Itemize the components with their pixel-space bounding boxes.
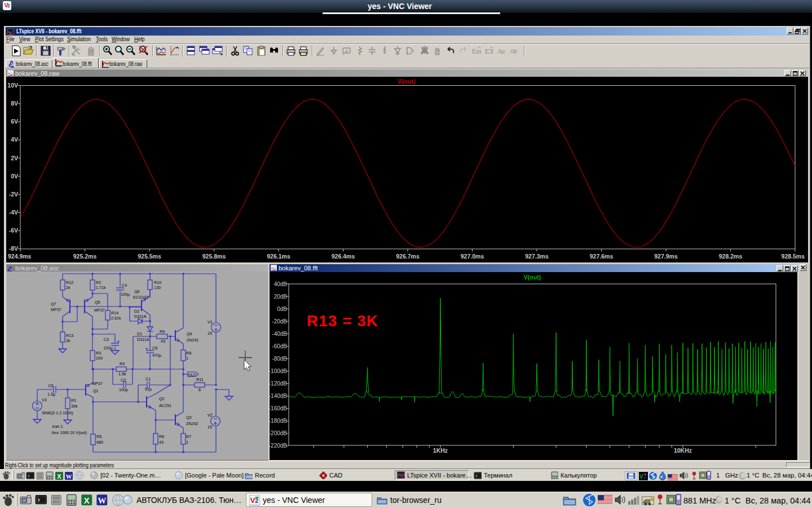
svg-text:AC151: AC151 <box>159 403 171 408</box>
svg-text:1: 1 <box>186 356 188 361</box>
svg-text:R6: R6 <box>159 434 164 439</box>
svg-text:925.8ms: 925.8ms <box>202 253 226 260</box>
svg-text:R2: R2 <box>96 280 101 285</box>
svg-text:-220dB: -220dB <box>270 443 287 449</box>
svg-text:-8V: -8V <box>9 245 18 252</box>
svg-text:8: 8 <box>198 387 201 392</box>
svg-text:100p: 100p <box>119 387 128 392</box>
svg-text:927.3ms: 927.3ms <box>525 253 549 260</box>
svg-text:3k: 3k <box>66 338 70 343</box>
svg-text:2k: 2k <box>66 285 70 290</box>
svg-text:0V: 0V <box>11 173 18 179</box>
svg-text:X: X <box>84 496 90 505</box>
svg-text:-80dB: -80dB <box>272 356 287 362</box>
svg-text:W: W <box>98 496 106 505</box>
svg-text:-2V: -2V <box>9 191 18 198</box>
svg-text:-4V: -4V <box>9 209 18 216</box>
svg-text:R12: R12 <box>66 280 73 285</box>
svg-text:C3: C3 <box>104 337 109 342</box>
svg-text:1KHz: 1KHz <box>433 447 448 454</box>
svg-text:MP37: MP37 <box>94 308 105 313</box>
svg-text:R10: R10 <box>154 280 161 285</box>
svg-text:R7: R7 <box>186 434 191 439</box>
svg-text:R1: R1 <box>71 398 76 403</box>
svg-text:2N242: 2N242 <box>186 421 198 426</box>
svg-text:V: V <box>639 474 643 480</box>
svg-text:1: 1 <box>186 440 188 445</box>
svg-text:928.5ms: 928.5ms <box>782 253 805 260</box>
svg-text:Q6: Q6 <box>134 289 140 294</box>
svg-text:-20dB: -20dB <box>272 318 287 325</box>
svg-text:-140dB: -140dB <box>270 393 287 399</box>
svg-text:A: A <box>345 49 348 54</box>
svg-text:220µ: 220µ <box>104 345 113 351</box>
svg-text:C2: C2 <box>121 378 126 383</box>
svg-text:51p: 51p <box>145 387 152 392</box>
svg-text:2.61k: 2.61k <box>111 316 121 321</box>
svg-text:926.1ms: 926.1ms <box>267 253 290 260</box>
svg-text:ECG101: ECG101 <box>133 295 149 300</box>
svg-text:8V: 8V <box>11 100 18 107</box>
svg-text:V2: V2 <box>208 413 213 418</box>
svg-text:D311A: D311A <box>137 337 149 342</box>
svg-text:Q5: Q5 <box>95 300 100 305</box>
svg-text:-40dB: -40dB <box>272 331 287 337</box>
svg-text:V(out): V(out) <box>524 274 541 281</box>
svg-text:-6V: -6V <box>9 227 18 234</box>
svg-text:30k: 30k <box>71 404 78 409</box>
svg-text:20dB: 20dB <box>274 294 288 300</box>
svg-text:924.9ms: 924.9ms <box>8 253 32 260</box>
svg-text:R4: R4 <box>120 361 125 366</box>
svg-text:V(out): V(out) <box>398 78 416 85</box>
svg-text:927.6ms: 927.6ms <box>590 253 614 260</box>
svg-text:Q1: Q1 <box>93 388 99 393</box>
svg-text:2N242: 2N242 <box>187 338 198 343</box>
svg-text:C4: C4 <box>122 283 127 288</box>
svg-text:MP37: MP37 <box>92 381 103 386</box>
svg-text:EƎ: EƎ <box>485 47 493 55</box>
svg-text:928.2ms: 928.2ms <box>719 253 743 260</box>
svg-text:C5: C5 <box>48 383 53 388</box>
svg-text:680: 680 <box>96 440 103 445</box>
svg-text:470µ: 470µ <box>152 353 161 358</box>
svg-text:6V: 6V <box>11 118 18 125</box>
svg-text:927.9ms: 927.9ms <box>654 253 678 260</box>
svg-text:15: 15 <box>208 331 212 336</box>
svg-text:43: 43 <box>159 440 164 445</box>
svg-text:SINE(0 1.2 1000): SINE(0 1.2 1000) <box>42 410 73 415</box>
svg-text:1.5µ: 1.5µ <box>47 392 55 397</box>
svg-text:40dB: 40dB <box>274 281 288 287</box>
svg-text:W: W <box>66 473 72 480</box>
svg-text:R11: R11 <box>196 377 204 382</box>
svg-text:C1: C1 <box>145 376 151 382</box>
svg-text:OUT: OUT <box>188 373 196 377</box>
svg-text:.four 1000 20 V(out): .four 1000 20 V(out) <box>51 430 87 435</box>
svg-text:X: X <box>57 473 61 480</box>
svg-text:R5: R5 <box>96 434 102 439</box>
svg-text:R13 = 3K: R13 = 3K <box>307 312 378 330</box>
svg-text:R13: R13 <box>66 333 73 338</box>
svg-text:1.71k: 1.71k <box>96 285 106 290</box>
svg-text:-60dB: -60dB <box>272 343 287 349</box>
svg-text:D311A: D311A <box>134 314 147 319</box>
svg-text:927.0ms: 927.0ms <box>461 253 484 260</box>
svg-text:2: 2 <box>255 497 258 504</box>
svg-text:2V: 2V <box>11 155 18 161</box>
svg-text:Q7: Q7 <box>51 301 56 306</box>
svg-text:925.5ms: 925.5ms <box>138 253 161 260</box>
svg-text:V1: V1 <box>208 319 213 325</box>
svg-text:D2: D2 <box>134 309 139 314</box>
svg-text:925.2ms: 925.2ms <box>73 253 97 260</box>
svg-text:Q2: Q2 <box>159 396 165 401</box>
svg-text:926.4ms: 926.4ms <box>332 253 355 260</box>
svg-text:0dB: 0dB <box>277 306 287 312</box>
svg-text:-120dB: -120dB <box>270 380 287 387</box>
svg-text:1.5k: 1.5k <box>118 371 126 376</box>
svg-text:C6: C6 <box>152 345 157 351</box>
svg-text:R9: R9 <box>160 329 165 334</box>
svg-text:4V: 4V <box>11 136 18 143</box>
svg-text:Aa: Aa <box>497 47 505 55</box>
svg-text:-200dB: -200dB <box>270 430 287 436</box>
svg-text:R3: R3 <box>96 351 101 356</box>
svg-text:R8: R8 <box>186 351 191 356</box>
